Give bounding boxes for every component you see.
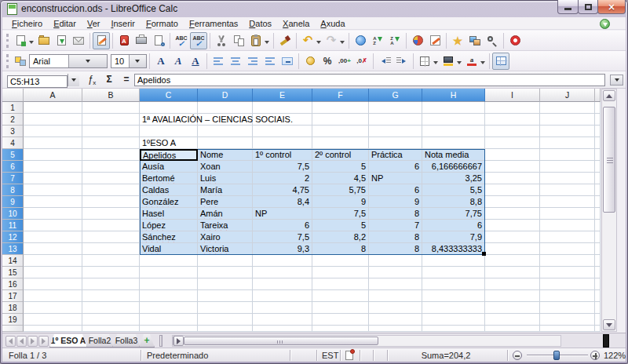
underline-icon[interactable]: A [187, 53, 204, 70]
cell-F19[interactable] [312, 314, 369, 326]
column-header-F[interactable]: F [312, 89, 369, 102]
cell-J11[interactable] [540, 220, 595, 231]
cell-B7[interactable] [82, 173, 140, 184]
cell-E16[interactable] [253, 278, 312, 290]
insert-chart-icon[interactable] [409, 32, 426, 49]
cell-F1[interactable] [312, 102, 369, 114]
cell-G11[interactable]: 7 [369, 220, 422, 231]
cell-H4[interactable] [422, 137, 485, 149]
cell-A13[interactable] [24, 243, 82, 255]
cell-D6[interactable]: Xoan [198, 161, 253, 173]
cell-C18[interactable] [140, 302, 198, 314]
cell-A3[interactable] [24, 126, 82, 137]
cell-F4[interactable] [312, 137, 369, 149]
cell-B13[interactable] [82, 243, 140, 255]
cell-E17[interactable] [253, 290, 312, 302]
active-cell-C5[interactable]: Apelidos [140, 149, 198, 161]
cell-18[interactable] [595, 302, 601, 314]
cell-D9[interactable]: Pere [198, 196, 253, 208]
cell-I18[interactable] [485, 302, 540, 314]
cell-B8[interactable] [82, 184, 140, 196]
row-header-3[interactable]: 3 [2, 126, 24, 137]
cell-I14[interactable] [485, 255, 540, 267]
cell-I2[interactable] [485, 114, 540, 126]
cell-B11[interactable] [82, 220, 140, 231]
cell-H15[interactable] [422, 267, 485, 278]
undo-icon[interactable]: ↶ [299, 32, 316, 49]
cell-F7[interactable]: 4,5 [312, 173, 369, 184]
save-icon[interactable] [53, 32, 70, 49]
column-header-D[interactable]: D [198, 89, 253, 102]
insert-mode-status[interactable]: EST [322, 348, 338, 362]
cell-G15[interactable] [369, 267, 422, 278]
cell-G19[interactable] [369, 314, 422, 326]
cell-H20[interactable] [422, 326, 485, 332]
cell-B17[interactable] [82, 290, 140, 302]
increase-indent-icon[interactable] [393, 53, 411, 70]
update-available-icon[interactable] [600, 19, 610, 29]
toggle-grid-icon[interactable] [492, 53, 509, 70]
cell-D5[interactable]: Nome [198, 149, 253, 161]
cell-F6[interactable]: 5 [312, 161, 369, 173]
cell-G9[interactable]: 9 [369, 196, 422, 208]
cell-B9[interactable] [82, 196, 140, 208]
page-preview-icon[interactable] [150, 32, 167, 49]
cell-A12[interactable] [24, 231, 82, 243]
cell-I10[interactable] [485, 208, 540, 220]
row-header-5[interactable]: 5 [2, 149, 24, 161]
menu-item-formato[interactable]: Formato [141, 17, 184, 30]
cell-E6[interactable]: 7,5 [253, 161, 312, 173]
copy-icon[interactable] [230, 32, 247, 49]
cell-A15[interactable] [24, 267, 82, 278]
redo-dropdown[interactable] [340, 41, 345, 46]
cell-E8[interactable]: 4,75 [253, 184, 312, 196]
row-header-6[interactable]: 6 [2, 161, 24, 173]
sum-button[interactable]: Σ [101, 73, 117, 86]
cell-C19[interactable] [140, 314, 198, 326]
cell-3[interactable] [595, 126, 601, 137]
add-sheet-button[interactable]: + [139, 334, 155, 348]
cell-F16[interactable] [312, 278, 369, 290]
menu-item-ver[interactable]: Ver [82, 17, 106, 30]
cell-E1[interactable] [253, 102, 312, 114]
open-icon[interactable] [35, 32, 53, 49]
cell-J10[interactable] [540, 208, 595, 220]
toolbar-grip[interactable] [6, 54, 9, 68]
next-sheet-button[interactable] [27, 336, 38, 347]
cell-F12[interactable]: 8,2 [312, 231, 369, 243]
zoom-icon[interactable] [484, 32, 501, 49]
scroll-up-button[interactable] [603, 90, 615, 101]
cell-I15[interactable] [485, 267, 540, 278]
cell-D3[interactable] [198, 126, 253, 137]
cell-J8[interactable] [540, 184, 595, 196]
maximize-button[interactable] [578, 0, 598, 14]
cell-7[interactable] [595, 173, 601, 184]
spelling-icon[interactable]: ABC✓ [173, 32, 190, 49]
cell-11[interactable] [595, 220, 601, 231]
font-size-dropdown[interactable] [129, 55, 147, 67]
cell-E14[interactable] [253, 255, 312, 267]
vertical-scrollbar[interactable] [601, 89, 617, 332]
scroll-right-button[interactable] [173, 336, 184, 346]
cell-J13[interactable] [540, 243, 595, 255]
cell-B14[interactable] [82, 255, 140, 267]
cell-D10[interactable]: Amán [198, 208, 253, 220]
cell-F2[interactable] [312, 114, 369, 126]
sheet-position-status[interactable]: Folla 1 / 3 [9, 348, 46, 362]
cell-J5[interactable] [540, 149, 595, 161]
borders-dropdown[interactable] [433, 61, 438, 67]
cell-J7[interactable] [540, 173, 595, 184]
cell-B3[interactable] [82, 126, 140, 137]
cell-H8[interactable]: 5,5 [422, 184, 485, 196]
cell-A16[interactable] [24, 278, 82, 290]
cell-J15[interactable] [540, 267, 595, 278]
italic-icon[interactable]: A [170, 53, 187, 70]
cell-J3[interactable] [540, 126, 595, 137]
edit-file-icon[interactable] [93, 32, 110, 49]
cell-G20[interactable] [369, 326, 422, 332]
cell-A6[interactable] [24, 161, 82, 173]
cell-C16[interactable] [140, 278, 198, 290]
cell-H1[interactable] [422, 102, 485, 114]
borders-icon[interactable] [416, 53, 433, 70]
row-header-14[interactable]: 14 [2, 255, 24, 267]
